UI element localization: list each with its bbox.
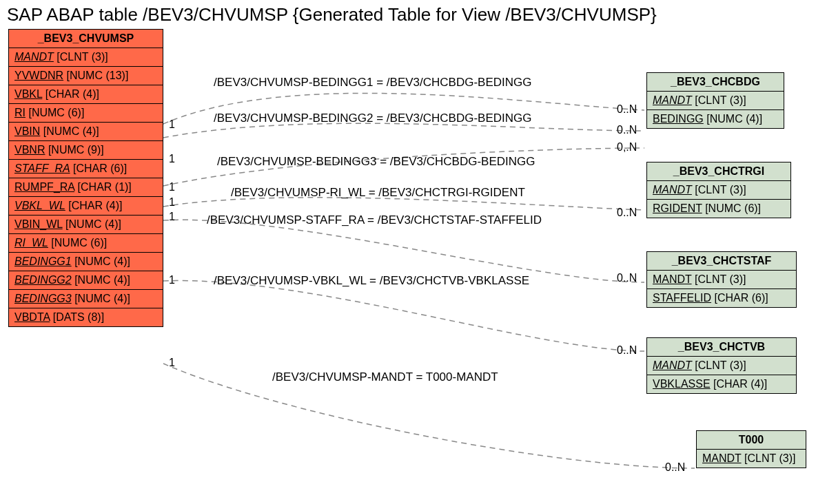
cardinality-one: 1 [169, 211, 175, 223]
field-row: STAFFELID [CHAR (6)] [647, 289, 796, 307]
cardinality-zn: 0..N [617, 344, 637, 357]
cardinality-zndot: 0,.N [617, 141, 637, 154]
field-row: MANDT [CLNT (3)] [647, 271, 796, 289]
relation-label-r2: /BEV3/CHVUMSP-BEDINGG2 = /BEV3/CHCBDG-BE… [214, 112, 531, 125]
field-row: VBKL_WL [CHAR (4)] [9, 197, 163, 216]
field-row: MANDT [CLNT (3)] [697, 450, 806, 468]
field-row: RI [NUMC (6)] [9, 104, 163, 123]
entity-header: _BEV3_CHCTSTAF [647, 252, 796, 271]
entity-t000: T000 MANDT [CLNT (3)] [696, 430, 806, 468]
entity-bev3-chvumsp: _BEV3_CHVUMSP MANDT [CLNT (3)] YVWDNR [N… [8, 29, 163, 327]
cardinality-one: 1 [169, 357, 175, 369]
cardinality-one: 1 [169, 153, 175, 165]
field-row: BEDINGG [NUMC (4)] [647, 110, 784, 128]
relation-label-r6: /BEV3/CHVUMSP-VBKL_WL = /BEV3/CHCTVB-VBK… [214, 274, 529, 288]
entity-header: T000 [697, 431, 806, 450]
field-row: RGIDENT [NUMC (6)] [647, 200, 790, 218]
cardinality-one: 1 [169, 274, 175, 286]
field-row: VBNR [NUMC (9)] [9, 141, 163, 160]
field-row: MANDT [CLNT (3)] [647, 181, 790, 200]
relation-label-r1: /BEV3/CHVUMSP-BEDINGG1 = /BEV3/CHCBDG-BE… [214, 76, 531, 90]
field-row: VBIN_WL [NUMC (4)] [9, 216, 163, 234]
cardinality-one: 1 [169, 118, 175, 131]
field-row: MANDT [CLNT (3)] [647, 357, 796, 375]
cardinality-zn: 0..N [617, 207, 637, 219]
field-row: MANDT [CLNT (3)] [9, 48, 163, 67]
field-row: RUMPF_RA [CHAR (1)] [9, 178, 163, 197]
field-row: VBKLASSE [CHAR (4)] [647, 375, 796, 393]
field-row: BEDINGG2 [NUMC (4)] [9, 271, 163, 290]
field-row: BEDINGG3 [NUMC (4)] [9, 290, 163, 308]
entity-bev3-chctvb: _BEV3_CHCTVB MANDT [CLNT (3)] VBKLASSE [… [646, 337, 797, 394]
cardinality-zn: 0..N [617, 103, 637, 116]
field-row: STAFF_RA [CHAR (6)] [9, 160, 163, 178]
cardinality-one: 1 [169, 181, 175, 193]
entity-bev3-chctstaf: _BEV3_CHCTSTAF MANDT [CLNT (3)] STAFFELI… [646, 251, 797, 308]
field-row: BEDINGG1 [NUMC (4)] [9, 253, 163, 271]
relation-label-r5: /BEV3/CHVUMSP-STAFF_RA = /BEV3/CHCTSTAF-… [207, 213, 542, 227]
field-row: MANDT [CLNT (3)] [647, 92, 784, 110]
cardinality-zn: 0..N [617, 124, 637, 136]
cardinality-one: 1 [169, 196, 175, 209]
entity-header: _BEV3_CHCBDG [647, 73, 784, 92]
relation-label-r3: /BEV3/CHVUMSP-BEDINGG3 = /BEV3/CHCBDG-BE… [217, 155, 535, 169]
field-row: RI_WL [NUMC (6)] [9, 234, 163, 253]
entity-header: _BEV3_CHVUMSP [9, 30, 163, 48]
field-row: VBKL [CHAR (4)] [9, 85, 163, 104]
field-row: YVWDNR [NUMC (13)] [9, 67, 163, 85]
entity-header: _BEV3_CHCTVB [647, 338, 796, 357]
diagram-title: SAP ABAP table /BEV3/CHVUMSP {Generated … [7, 4, 657, 25]
entity-bev3-chctrgi: _BEV3_CHCTRGI MANDT [CLNT (3)] RGIDENT [… [646, 162, 791, 218]
cardinality-zn: 0..N [617, 272, 637, 284]
field-row: VBDTA [DATS (8)] [9, 308, 163, 326]
relation-label-r4: /BEV3/CHVUMSP-RI_WL = /BEV3/CHCTRGI-RGID… [231, 186, 525, 200]
field-row: VBIN [NUMC (4)] [9, 123, 163, 141]
cardinality-zn: 0..N [665, 461, 685, 474]
entity-bev3-chcbdg: _BEV3_CHCBDG MANDT [CLNT (3)] BEDINGG [N… [646, 72, 784, 129]
entity-header: _BEV3_CHCTRGI [647, 162, 790, 181]
relation-label-r7: /BEV3/CHVUMSP-MANDT = T000-MANDT [272, 370, 498, 384]
